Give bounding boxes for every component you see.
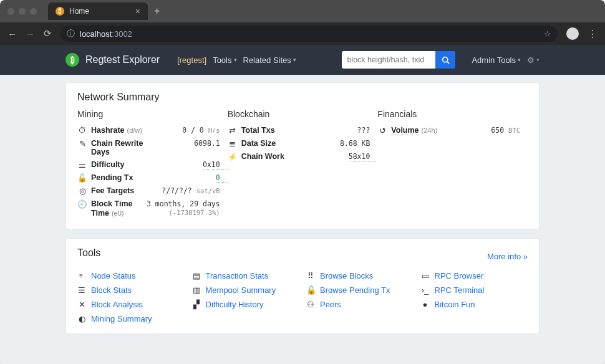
- forward-icon[interactable]: →: [26, 29, 35, 39]
- fee-targets-row: ◎ Fee Targets ?/?/?/? sat/vB: [77, 184, 228, 198]
- chain-rewrite-row: ✎ Chain Rewrite Days 6098.1: [77, 137, 228, 158]
- toolbar: ← → ⟳ ⓘ localhost:3002 ☆ ⋮: [0, 22, 605, 45]
- target-icon: ◎: [77, 186, 87, 196]
- unlock-icon: 🔓: [77, 173, 87, 183]
- tool-rpc-browser[interactable]: ▭RPC Browser: [421, 270, 528, 282]
- max-dot[interactable]: [30, 8, 37, 15]
- more-info-link[interactable]: More info »: [487, 252, 528, 261]
- database-icon: ≣: [228, 139, 238, 148]
- browser-tab[interactable]: ₿ Home ×: [48, 2, 148, 20]
- terminal-icon: ›_: [421, 285, 430, 295]
- bookmark-star-icon[interactable]: ☆: [544, 29, 551, 39]
- page: ₿ Regtest Explorer [regtest] Tools▾ Rela…: [0, 45, 605, 364]
- network-icon: ⚇: [306, 300, 315, 309]
- tool-transaction-stats[interactable]: ▤Transaction Stats: [192, 270, 299, 282]
- gear-icon: ⚙: [527, 55, 535, 65]
- back-icon[interactable]: ←: [7, 29, 17, 39]
- svg-line-1: [447, 61, 449, 63]
- clipboard-icon: ▥: [192, 285, 201, 295]
- edit-icon: ✎: [77, 139, 87, 148]
- data-size-row: ≣ Data Size 8.68 KB: [228, 137, 378, 150]
- svg-point-0: [443, 57, 448, 62]
- tool-block-stats[interactable]: ☰Block Stats: [77, 284, 185, 296]
- tool-rpc-terminal[interactable]: ›_RPC Terminal: [421, 284, 528, 296]
- settings-gear[interactable]: ⚙▾: [527, 55, 540, 65]
- chevron-down-icon: ▾: [293, 57, 296, 63]
- tool-browse-pending-tx[interactable]: 🔓Browse Pending Tx: [306, 284, 414, 296]
- unlock-icon: 🔓: [306, 285, 315, 295]
- exchange-icon: ⇄: [228, 126, 238, 135]
- tool-browse-blocks[interactable]: ⠿Browse Blocks: [306, 270, 414, 282]
- nav-related-sites[interactable]: Related Sites▾: [243, 55, 296, 65]
- tool-bitcoin-fun[interactable]: ●Bitcoin Fun: [421, 299, 528, 310]
- reload-icon[interactable]: ⟳: [44, 28, 52, 39]
- info-icon: ⓘ: [67, 28, 75, 39]
- tachometer-icon: ⏱: [77, 126, 87, 135]
- book-icon: ▭: [421, 271, 430, 280]
- tool-node-status[interactable]: ᯤNode Status: [77, 270, 185, 282]
- hashrate-row: ⏱ Hashrate (d/w) 0 / 0 H/s: [77, 124, 228, 137]
- nav-admin-tools[interactable]: Admin Tools▾: [472, 55, 521, 65]
- min-dot[interactable]: [19, 8, 26, 15]
- tool-peers[interactable]: ⚇Peers: [306, 299, 414, 310]
- mining-column: Mining ⏱ Hashrate (d/w) 0 / 0 H/s ✎ Chai…: [77, 109, 228, 220]
- chart-line-icon: ▞: [192, 300, 201, 309]
- financials-heading: Financials: [377, 109, 528, 119]
- browser-window: ₿ Home × + ← → ⟳ ⓘ localhost:3002 ☆ ⋮ ₿ …: [0, 0, 605, 364]
- tool-block-analysis[interactable]: ✕Block Analysis: [77, 299, 185, 310]
- tool-difficulty-history[interactable]: ▞Difficulty History: [192, 299, 299, 310]
- nav-tools[interactable]: Tools▾: [213, 55, 236, 65]
- tools-card: Tools More info » ᯤNode Status ▤Transact…: [65, 238, 540, 334]
- network-summary-card: Network Summary Mining ⏱ Hashrate (d/w) …: [65, 82, 540, 229]
- dumbbell-icon: ⚌: [77, 160, 87, 170]
- mining-heading: Mining: [77, 109, 228, 119]
- clock-icon: 🕘: [77, 199, 87, 209]
- titlebar: ₿ Home × +: [0, 0, 605, 22]
- app-navbar: ₿ Regtest Explorer [regtest] Tools▾ Rela…: [0, 45, 605, 75]
- brand-title: Regtest Explorer: [85, 54, 160, 65]
- tool-mining-summary[interactable]: ◐Mining Summary: [77, 313, 185, 325]
- close-tab-icon[interactable]: ×: [135, 6, 140, 16]
- chevron-down-icon: ▾: [234, 57, 237, 63]
- pending-tx-row: 🔓 Pending Tx 0: [77, 171, 228, 184]
- total-txs-row: ⇄ Total Txs ???: [228, 124, 378, 137]
- microscope-icon: ✕: [77, 300, 86, 309]
- chart-bar-icon: ▤: [192, 271, 201, 280]
- card-title: Network Summary: [77, 92, 528, 103]
- cubes-icon: ⠿: [306, 271, 315, 280]
- url-host: localhost: [80, 29, 112, 39]
- search-input[interactable]: [342, 51, 435, 69]
- brand-bitcoin-icon: ₿: [65, 53, 79, 67]
- tools-heading: Tools: [77, 247, 100, 259]
- smile-icon: ●: [421, 300, 430, 309]
- volume-row: ↺ Volume (24h) 650 BTC: [377, 124, 528, 137]
- broadcast-icon: ᯤ: [77, 271, 86, 280]
- profile-avatar[interactable]: [566, 27, 579, 40]
- window-controls: [7, 8, 37, 15]
- blockchain-heading: Blockchain: [228, 109, 378, 119]
- menu-kebab-icon[interactable]: ⋮: [588, 28, 598, 40]
- address-bar[interactable]: ⓘ localhost:3002 ☆: [60, 26, 558, 42]
- financials-column: Financials ↺ Volume (24h) 650 BTC: [377, 109, 528, 220]
- search-icon: [442, 56, 450, 64]
- tab-title: Home: [69, 7, 89, 16]
- network-tag: [regtest]: [177, 55, 206, 65]
- close-dot[interactable]: [7, 8, 14, 15]
- tool-mempool-summary[interactable]: ▥Mempool Summary: [192, 284, 299, 296]
- difficulty-row: ⚌ Difficulty 0x10: [77, 158, 228, 171]
- search-button[interactable]: [435, 51, 455, 69]
- url-port: :3002: [112, 29, 132, 39]
- history-icon: ↺: [377, 126, 387, 135]
- block-time-row: 🕘 Block TimeTime (e0) 3 months, 29 days …: [77, 198, 228, 220]
- new-tab-button[interactable]: +: [154, 6, 160, 17]
- blockchain-column: Blockchain ⇄ Total Txs ??? ≣ Data Size 8…: [228, 109, 378, 220]
- search-form: [342, 51, 455, 69]
- pie-chart-icon: ◐: [77, 314, 86, 323]
- chevron-down-icon: ▾: [518, 57, 521, 63]
- chevron-down-icon: ▾: [536, 57, 540, 63]
- favicon-bitcoin-icon: ₿: [56, 7, 64, 16]
- chain-work-row: ⚡ Chain Work 58x10: [228, 150, 378, 163]
- layers-icon: ☰: [77, 285, 86, 295]
- bolt-icon: ⚡: [228, 152, 238, 161]
